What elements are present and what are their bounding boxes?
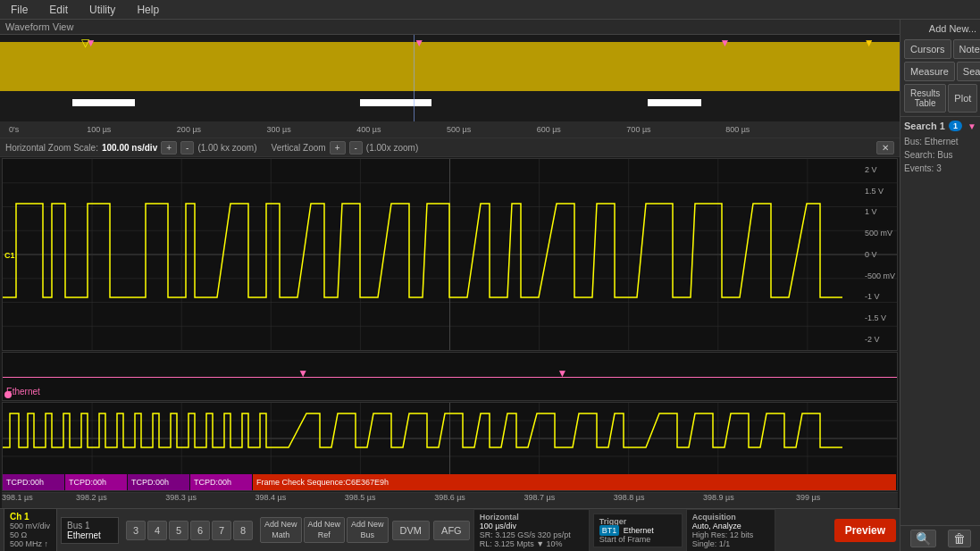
menu-help[interactable]: Help: [133, 2, 163, 18]
add-bus-line2: Bus: [351, 530, 384, 541]
time-800: 800 µs: [725, 125, 750, 134]
trigger-marker-3: ▼: [720, 37, 731, 49]
close-zoom-btn[interactable]: ✕: [876, 141, 894, 154]
ch1-label: C1: [4, 251, 15, 260]
frame-tcpd-4: TCPD:00h: [190, 474, 253, 490]
time-100: 100 µs: [87, 125, 111, 134]
t-398-3: 398.3 µs: [165, 493, 197, 502]
menu-edit[interactable]: Edit: [46, 2, 71, 18]
right-panel: Add New... Cursors Note Measure Search R…: [900, 20, 980, 551]
acquisition-section[interactable]: Acquisition Auto, Analyze High Res: 12 b…: [686, 509, 775, 552]
right-panel-buttons: Cursors Note Measure Search Results Tabl…: [900, 36, 980, 116]
decode-frames-bar: TCPD:00h TCPD:00h TCPD:00h TCPD:00h Fram…: [3, 474, 897, 490]
zoom-grid-svg: [3, 403, 897, 474]
acq-highres: High Res: 12 bits: [692, 530, 769, 539]
zoom-controls: Horizontal Zoom Scale: 100.00 ns/div + -…: [0, 138, 900, 157]
ch6-btn[interactable]: 6: [190, 521, 210, 540]
time-0: 0's: [9, 125, 19, 134]
t-398-9: 398.9 µs: [703, 493, 734, 502]
panel-bottom-icons: 🔍 🗑: [900, 525, 980, 551]
time-500: 500 µs: [447, 125, 471, 134]
add-buttons: Add New Math Add New Ref Add New Bus: [260, 517, 389, 543]
add-ref-btn[interactable]: Add New Ref: [304, 517, 346, 543]
bus1-title: Bus 1: [67, 521, 113, 530]
ch4-btn[interactable]: 4: [147, 521, 167, 540]
zoom-plus-btn[interactable]: +: [161, 141, 177, 154]
ch1-info[interactable]: Ch 1 500 mV/div 50 Ω 500 MHz ↑: [4, 508, 57, 551]
ch1-freq: 500 MHz ↑: [10, 539, 51, 548]
bus1-info[interactable]: Bus 1 Ethernet: [61, 517, 119, 544]
menu-utility[interactable]: Utility: [86, 2, 119, 18]
menu-file[interactable]: File: [7, 2, 31, 18]
ch3-btn[interactable]: 3: [126, 521, 146, 540]
search-section: Search 1 1 ▼ Bus: Ethernet Search: Bus E…: [900, 116, 980, 179]
cursors-button[interactable]: Cursors: [904, 39, 951, 59]
search-chevron[interactable]: ▼: [967, 121, 976, 131]
trigger-marker-2: ▼: [414, 37, 424, 49]
results-plot-row: Results Table Plot: [904, 84, 976, 113]
decode-marker-1: ▼: [297, 367, 308, 380]
ch5-btn[interactable]: 5: [169, 521, 188, 540]
end-marker: ▼: [864, 37, 875, 49]
time-600: 600 µs: [537, 125, 561, 134]
zoom-area[interactable]: TCPD:00h TCPD:00h TCPD:00h TCPD:00h Fram…: [2, 402, 898, 491]
t-398-1: 398.1 µs: [2, 493, 33, 502]
t-398-8: 398.8 µs: [614, 493, 645, 502]
ch7-btn[interactable]: 7: [212, 521, 231, 540]
dvm-button[interactable]: DVM: [392, 521, 430, 540]
search-type: Search: Bus: [904, 148, 976, 162]
v-zoom-minus-btn[interactable]: -: [349, 141, 363, 154]
measure-button[interactable]: Measure: [904, 62, 955, 81]
time-ruler: 0's 100 µs 200 µs 300 µs 400 µs 500 µs 6…: [0, 121, 900, 138]
decode-marker-2: ▼: [557, 367, 568, 380]
v-zoom-plus-btn[interactable]: +: [330, 141, 346, 154]
trigger-badge: BT1: [599, 525, 620, 536]
trigger-title: Trigger: [599, 517, 676, 526]
horizontal-section[interactable]: Horizontal 100 µs/div SR: 3.125 GS/s 320…: [473, 509, 590, 552]
overview-strip[interactable]: ▼ ▼ ▼ ▼ ▽ 0's 100 µs 200 µs 300 µs 400 µ…: [0, 35, 900, 138]
add-ref-line2: Ref: [308, 530, 341, 541]
ch8-btn[interactable]: 8: [233, 521, 253, 540]
h-zoom-factor: (1.00 kx zoom): [197, 143, 256, 153]
t-398-2: 398.2 µs: [76, 493, 107, 502]
scope-view[interactable]: C1 2 V 1.5 V 1 V 500 mV 0 V -500 mV -1 V…: [2, 158, 898, 351]
add-math-btn[interactable]: Add New Math: [260, 517, 302, 543]
horiz-rl: RL: 3.125 Mpts ▼ 10%: [480, 539, 583, 548]
trigger-section[interactable]: Trigger BT1 Ethernet Start of Frame: [593, 513, 683, 547]
decode-area: ▼ ▼ Ethernet: [2, 352, 898, 401]
add-math-line1: Add New: [264, 520, 297, 530]
sig-block-3: [648, 99, 701, 106]
time-400: 400 µs: [356, 125, 381, 134]
results-table-button[interactable]: Results Table: [904, 84, 946, 113]
frame-tcpd-3: TCPD:00h: [128, 474, 190, 490]
horiz-sr: SR: 3.125 GS/s 320 ps/pt: [480, 530, 583, 539]
zoom-out-icon-btn[interactable]: 🔍: [910, 530, 936, 547]
afg-button[interactable]: AFG: [433, 521, 470, 540]
trash-icon-btn[interactable]: 🗑: [948, 530, 971, 547]
decode-line: [3, 377, 897, 378]
status-bar: Ch 1 500 mV/div 50 Ω 500 MHz ↑ Bus 1 Eth…: [0, 508, 900, 551]
preview-button[interactable]: Preview: [834, 519, 896, 542]
zoom-minus-btn[interactable]: -: [180, 141, 194, 154]
plot-button[interactable]: Plot: [948, 84, 977, 113]
time-200: 200 µs: [177, 125, 201, 134]
horiz-timediv: 100 µs/div: [480, 522, 583, 530]
v-zoom-label: Vertical Zoom: [272, 143, 326, 153]
frame-fcs: Frame Check Sequence:C6E367E9h: [253, 474, 897, 490]
bus1-label: Ethernet: [67, 530, 113, 540]
v-zoom-factor: (1.00x zoom): [366, 143, 418, 153]
measure-search-row: Measure Search: [904, 62, 976, 81]
add-bus-btn[interactable]: Add New Bus: [347, 517, 389, 543]
t-398-6: 398.6 µs: [434, 493, 465, 502]
ch1-title: Ch 1: [10, 512, 51, 522]
trigger-label: BT1 Ethernet: [599, 526, 676, 535]
sig-block-2: [360, 99, 431, 106]
note-button[interactable]: Note: [953, 39, 980, 59]
acq-mode: Auto, Analyze: [692, 522, 769, 530]
cursors-note-row: Cursors Note: [904, 39, 976, 59]
t-399: 399 µs: [796, 493, 820, 502]
t-398-4: 398.4 µs: [255, 493, 287, 502]
time-700: 700 µs: [626, 125, 650, 134]
search-events: Events: 3: [904, 162, 976, 175]
search-button[interactable]: Search: [957, 62, 980, 81]
